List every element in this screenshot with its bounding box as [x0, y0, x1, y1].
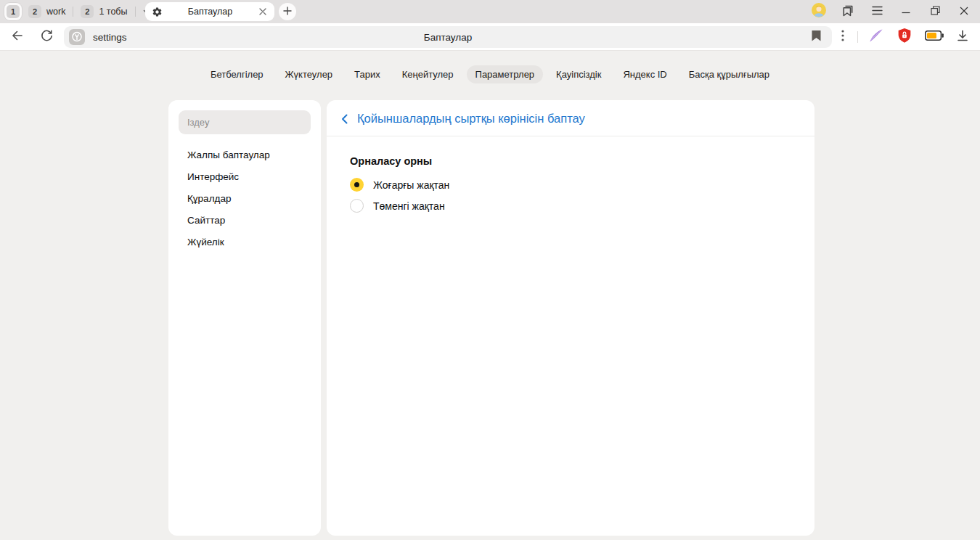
battery-icon: [925, 30, 944, 44]
restore-icon: [931, 5, 940, 18]
tab-security[interactable]: Қауіпсіздік: [547, 65, 610, 83]
extension-feather-button[interactable]: [862, 23, 890, 51]
close-icon: [259, 5, 266, 18]
sidebar-item-general[interactable]: Жалпы баптаулар: [168, 144, 321, 165]
tab-yandex-id[interactable]: Яндекс ID: [614, 65, 675, 83]
sidebar-item-system[interactable]: Жүйелік: [168, 231, 321, 253]
tab-other-devices[interactable]: Басқа құрылғылар: [680, 65, 778, 83]
gear-icon: [152, 7, 163, 17]
tab-group-badge: 2: [28, 5, 41, 18]
protect-shield-icon: [897, 28, 912, 46]
restore-button[interactable]: [920, 0, 950, 23]
tab-group-label: work: [46, 7, 65, 17]
browser-window: 1 2 work 2 1 тобы Баптаулар: [0, 0, 980, 540]
minimize-icon: [902, 5, 910, 18]
tab-extensions[interactable]: Кеңейтулер: [393, 65, 462, 83]
back-button[interactable]: [4, 23, 30, 51]
yandex-logo-icon: [69, 29, 85, 45]
radio-label: Жоғарғы жақтан: [373, 179, 449, 191]
divider: [857, 31, 858, 43]
tab-settings[interactable]: Параметрлер: [467, 65, 544, 83]
protect-button[interactable]: [890, 23, 919, 51]
address-bar: settings Баптаулар: [0, 23, 980, 51]
minimize-button[interactable]: [891, 0, 920, 23]
tab-group-work[interactable]: 2 work: [22, 5, 72, 18]
downloads-button[interactable]: [950, 23, 976, 51]
page-title: Қойыншалардың сыртқы көрінісін баптау: [357, 112, 585, 126]
sidebar-item-sites[interactable]: Сайттар: [168, 209, 321, 231]
back-arrow-icon: [10, 28, 25, 46]
avatar: [812, 3, 826, 20]
settings-main-panel: Қойыншалардың сыртқы көрінісін баптау Ор…: [327, 100, 814, 536]
tab-group-1[interactable]: 1: [4, 3, 22, 20]
window-close-icon: [960, 5, 968, 18]
tab-group-label: 1 тобы: [99, 7, 127, 17]
divider: [73, 7, 73, 17]
battery-button[interactable]: [919, 23, 950, 51]
tab-history[interactable]: Тарих: [346, 65, 389, 83]
tab-bar: 1 2 work 2 1 тобы Баптаулар: [0, 0, 980, 23]
tab-group-list: 1 2 work 2 1 тобы: [4, 0, 158, 23]
tab-group-toby[interactable]: 2 1 тобы: [74, 5, 134, 18]
tab-panels-button[interactable]: [833, 0, 862, 23]
section-title: Орналасу орны: [350, 155, 791, 167]
tab-group-badge: 2: [81, 5, 94, 18]
settings-sidebar: Жалпы баптаулар Интерфейс Құралдар Сайтт…: [168, 100, 321, 536]
tab-close-button[interactable]: [258, 4, 268, 20]
sidebar-item-interface[interactable]: Интерфейс: [168, 165, 321, 187]
new-tab-button[interactable]: [279, 3, 296, 20]
settings-nav-tabs: Бетбелгілер Жүктеулер Тарих Кеңейтулер П…: [0, 65, 980, 83]
address-bar-right-icons: [833, 23, 976, 51]
active-tab[interactable]: Баптаулар: [145, 2, 274, 21]
radio-selected[interactable]: [350, 178, 364, 192]
radio-option-top[interactable]: Жоғарғы жақтан: [350, 178, 791, 192]
sidebar-items: Жалпы баптаулар Интерфейс Құралдар Сайтт…: [168, 144, 321, 253]
more-actions-button[interactable]: [833, 23, 853, 51]
browser-menu-button[interactable]: [862, 0, 891, 23]
bookmark-button[interactable]: [806, 28, 827, 47]
radio-option-bottom[interactable]: Төменгі жақтан: [350, 199, 791, 213]
tab-bar-right-controls: [804, 0, 979, 23]
search-input[interactable]: [179, 110, 311, 134]
radio-label: Төменгі жақтан: [373, 200, 445, 212]
omnibox[interactable]: settings Баптаулар: [64, 26, 832, 48]
sidebar-item-tools[interactable]: Құралдар: [168, 187, 321, 209]
profile-avatar-button[interactable]: [804, 0, 833, 23]
feather-icon: [868, 28, 884, 46]
plus-icon: [283, 5, 292, 18]
tab-bookmarks[interactable]: Бетбелгілер: [202, 65, 272, 83]
panel-back-header[interactable]: Қойыншалардың сыртқы көрінісін баптау: [327, 100, 814, 136]
panel-body: Орналасу орны Жоғарғы жақтан Төменгі жақ…: [327, 136, 814, 232]
tab-group-badge: 1: [7, 5, 20, 18]
hamburger-icon: [872, 5, 883, 18]
reload-icon: [40, 29, 54, 46]
url-text: settings: [93, 32, 127, 43]
tab-panels-icon: [841, 4, 854, 20]
omnibox-page-title: Баптаулар: [64, 32, 832, 43]
tab-downloads[interactable]: Жүктеулер: [277, 65, 342, 83]
radio-unselected[interactable]: [350, 199, 364, 213]
bookmark-icon: [812, 30, 821, 44]
tab-title: Баптаулар: [163, 7, 258, 17]
more-vertical-icon: [841, 30, 844, 44]
divider: [135, 7, 136, 17]
download-icon: [956, 29, 969, 45]
reload-button[interactable]: [33, 23, 60, 51]
chevron-left-icon: [341, 114, 348, 124]
window-close-button[interactable]: [950, 0, 979, 23]
